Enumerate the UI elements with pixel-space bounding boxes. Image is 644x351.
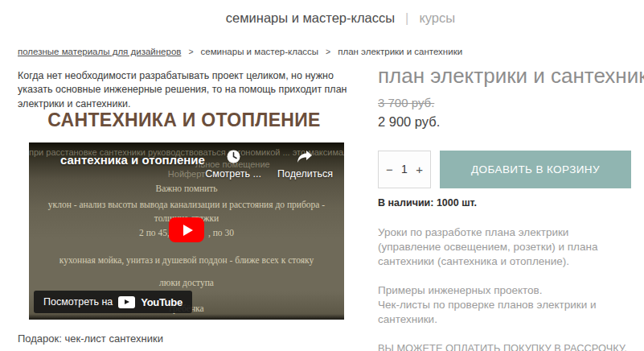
gift-note: Подарок: чек-лист сантехники [18,332,163,345]
add-to-cart-button[interactable]: ДОБАВИТЬ В КОРЗИНУ [440,151,631,188]
share-label: Поделиться [277,168,333,180]
video-note-line: кухонная мойка, унитаз и душевой поддон … [29,254,344,266]
intro-paragraph: Когда нет необходимости разрабатывать пр… [18,69,365,111]
product-panel: план электрики и сантехники 3 700 руб. 2… [378,64,631,351]
old-price: 3 700 руб. [378,96,631,109]
video-note-fragment: 2 по 45, [139,227,170,239]
quantity-increase-button[interactable]: + [416,163,423,176]
watch-later-button[interactable]: Смотреть ... [205,150,261,180]
play-triangle-icon [183,225,193,236]
product-page: семинары и мастер-классы | курсы полезны… [0,0,644,351]
top-nav: семинары и мастер-классы | курсы [18,10,644,26]
breadcrumb-current-page: план электрики и сантехники [338,47,462,56]
video-note-line: люки доступа [29,277,344,289]
product-description: Уроки по разработке плана электрики (упр… [378,225,631,269]
description-line: Чек-листы по проверке планов электрики и… [378,298,631,327]
video-note-line: уклон - анализ высоты вывода канализации… [29,199,344,211]
stock-status: В наличии: 1000 шт. [378,197,631,209]
quantity-value: 1 [401,163,408,176]
watch-later-label: Смотреть ... [205,168,261,180]
youtube-video-player[interactable]: при расстановке сантехники руководствова… [29,142,344,320]
nav-seminars-link[interactable]: семинары и мастер-классы [226,10,395,26]
video-note-fragment: , по 30 [208,227,234,239]
video-section-heading: САНТЕХНИКА И ОТОПЛЕНИЕ [18,109,351,131]
breadcrumb-separator: > [326,47,330,56]
video-actions: Смотреть ... Поделиться [205,150,333,180]
nav-divider: | [405,10,408,26]
youtube-logo-icon [118,296,135,308]
purchase-row: − 1 + ДОБАВИТЬ В КОРЗИНУ [378,151,631,188]
nav-courses-link[interactable]: курсы [419,10,455,26]
youtube-play-button[interactable] [169,217,204,242]
description-line: Примеры инженерных проектов. [378,283,631,298]
share-button[interactable]: Поделиться [277,150,333,180]
clock-icon [227,150,240,166]
breadcrumb-materials-link[interactable]: полезные материалы для дизайнеров [18,47,181,56]
installment-payment-note: ВЫ МОЖЕТЕ ОПЛАТИТЬ ПОКУПКУ В РАССРОЧКУ, … [378,341,631,351]
youtube-wordmark: YouTube [141,296,183,308]
product-description: Примеры инженерных проектов. Чек-листы п… [378,283,631,327]
share-arrow-icon [297,150,313,166]
watch-on-youtube-button[interactable]: Посмотреть на YouTube [34,291,192,313]
product-title: план электрики и сантехники [378,64,631,89]
watch-on-youtube-label: Посмотреть на [43,296,113,308]
breadcrumb-seminars-link[interactable]: семинары и мастер-классы [201,47,319,56]
video-title-overlay[interactable]: сантехника и отопление [60,153,205,167]
current-price: 2 900 руб. [378,114,631,130]
video-note-line: Важно помнить [29,183,344,195]
breadcrumb: полезные материалы для дизайнеров > семи… [18,47,462,56]
breadcrumb-separator: > [188,47,193,56]
quantity-decrease-button[interactable]: − [386,163,393,176]
quantity-stepper: − 1 + [378,151,431,188]
